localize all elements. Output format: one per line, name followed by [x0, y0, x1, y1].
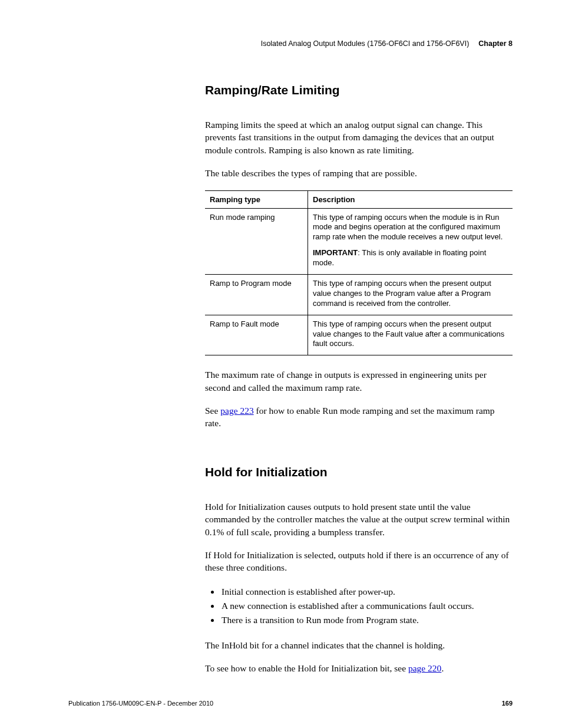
list-item: A new connection is established after a … — [220, 599, 513, 613]
table-header-cell: Ramping type — [205, 190, 308, 208]
cell-important-note: IMPORTANT: This is only available in flo… — [313, 248, 508, 268]
table-row: Ramp to Program mode This type of rampin… — [205, 274, 513, 315]
page-link-220[interactable]: page 220 — [408, 663, 441, 673]
page-link-223[interactable]: page 223 — [220, 406, 253, 416]
conditions-list: Initial connection is established after … — [205, 585, 513, 627]
section-heading-hold: Hold for Initialization — [205, 465, 513, 479]
publication-info: Publication 1756-UM009C-EN-P - December … — [68, 700, 213, 707]
important-label: IMPORTANT — [313, 248, 358, 257]
cell-text: This type of ramping occurs when the mod… — [313, 213, 508, 243]
text: See — [205, 406, 220, 416]
header-chapter: Chapter 8 — [478, 39, 513, 48]
list-item: There is a transition to Run mode from P… — [220, 613, 513, 627]
table-cell: Ramp to Fault mode — [205, 315, 308, 355]
page: Isolated Analog Output Modules (1756-OF6… — [0, 0, 562, 728]
table-cell: Run mode ramping — [205, 208, 308, 274]
text: . — [441, 663, 444, 673]
table-row: Run mode ramping This type of ramping oc… — [205, 208, 513, 274]
list-item: Initial connection is established after … — [220, 585, 513, 599]
content-column: Ramping/Rate Limiting Ramping limits the… — [205, 83, 513, 674]
section-heading-ramping: Ramping/Rate Limiting — [205, 83, 513, 97]
table-header-row: Ramping type Description — [205, 190, 513, 208]
table-row: Ramp to Fault mode This type of ramping … — [205, 315, 513, 355]
table-cell: This type of ramping occurs when the pre… — [308, 274, 513, 315]
paragraph: See page 223 for how to enable Run mode … — [205, 404, 513, 430]
paragraph: The table describes the types of ramping… — [205, 167, 513, 179]
table-cell: Ramp to Program mode — [205, 274, 308, 315]
paragraph: If Hold for Initialization is selected, … — [205, 549, 513, 574]
paragraph: Hold for Initialization causes outputs t… — [205, 500, 513, 538]
table-cell: This type of ramping occurs when the mod… — [308, 208, 513, 274]
page-header: Isolated Analog Output Modules (1756-OF6… — [68, 39, 513, 48]
text: To see how to enable the Hold for Initia… — [205, 663, 408, 673]
page-number: 169 — [502, 700, 513, 707]
paragraph: Ramping limits the speed at which an ana… — [205, 118, 513, 156]
table-header-cell: Description — [308, 190, 513, 208]
paragraph: The maximum rate of change in outputs is… — [205, 368, 513, 394]
table-cell: This type of ramping occurs when the pre… — [308, 315, 513, 355]
paragraph: To see how to enable the Hold for Initia… — [205, 662, 513, 674]
ramping-types-table: Ramping type Description Run mode rampin… — [205, 190, 513, 356]
paragraph: The InHold bit for a channel indicates t… — [205, 639, 513, 651]
page-footer: Publication 1756-UM009C-EN-P - December … — [68, 700, 513, 707]
header-title: Isolated Analog Output Modules (1756-OF6… — [261, 39, 470, 48]
